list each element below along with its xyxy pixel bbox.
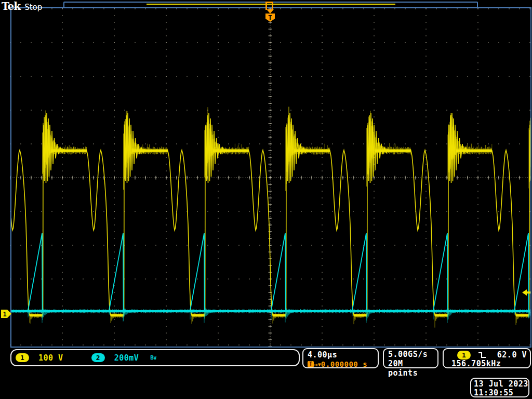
sample-rate: 5.00GS/s (388, 350, 437, 359)
datetime-readout: 13 Jul 2023 11:30:55 (470, 378, 529, 397)
record-length: 20M points (388, 359, 437, 378)
falling-edge-icon (477, 351, 487, 359)
graticule-display: T1 (0, 0, 532, 399)
ch1-scale: 100 V (38, 353, 63, 363)
horizontal-position: 0.000000 s (321, 360, 367, 368)
ch1-badge: 1 (16, 353, 29, 362)
ch2-scale: 200mV (114, 353, 139, 363)
oscilloscope-screen: TekStop T1 1 100 V 2 200mV BW 4.00µs T →… (0, 0, 532, 399)
trigger-frequency: 156.705kHz (451, 360, 530, 368)
expansion-point-bracket[interactable] (265, 2, 273, 10)
trigger-level: 62.0 V (487, 350, 527, 360)
ch1-waveform (0, 107, 532, 328)
channel-readout-box[interactable]: 1 100 V 2 200mV BW (10, 349, 300, 366)
svg-text:1: 1 (3, 311, 6, 318)
svg-text:T: T (268, 14, 272, 21)
record-view-bar[interactable] (63, 2, 478, 8)
trigger-position-arrow-icon[interactable] (267, 9, 274, 14)
arrow-right-icon: → (314, 361, 318, 368)
header: TekStop (2, 0, 42, 12)
acquisition-status: Stop (24, 3, 42, 12)
date-text: 13 Jul 2023 (474, 380, 528, 389)
acquisition-readout-box[interactable]: 5.00GS/s 20M points (383, 348, 438, 368)
ch2-badge: 2 (91, 353, 105, 362)
tek-logo: Tek (2, 0, 20, 12)
trigger-t-icon: T (308, 361, 314, 367)
horizontal-readout-box[interactable]: 4.00µs T → ▼ 0.000000 s (302, 348, 379, 368)
trigger-source-badge: 1 (457, 351, 471, 360)
trigger-readout-box[interactable]: 1 62.0 V 156.705kHz (443, 348, 531, 368)
time-text: 11:30:55 (474, 389, 528, 397)
bandwidth-limit-icon: BW (150, 354, 156, 361)
timebase-scale: 4.00µs (308, 350, 378, 360)
ch2-waveform (0, 233, 532, 323)
